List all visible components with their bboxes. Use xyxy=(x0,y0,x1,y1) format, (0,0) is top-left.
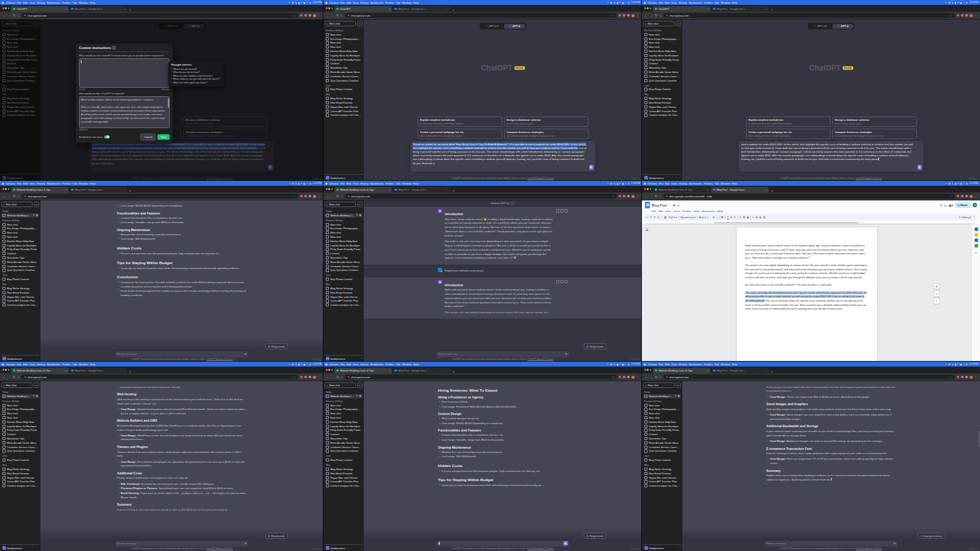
menubar-item[interactable]: View xyxy=(671,182,677,185)
new-chats-toggle[interactable] xyxy=(104,135,110,139)
status-icon[interactable]: ⚙ xyxy=(965,363,967,366)
status-icon[interactable]: ↯ xyxy=(614,363,616,366)
tab-chatgpt[interactable]: Website Building Costs & Tips× xyxy=(653,368,710,373)
chat-item[interactable]: Loyalty Ideas for Boutique xyxy=(325,424,363,428)
chat-item[interactable]: New chat xyxy=(325,32,363,37)
menubar-item[interactable]: Profiles xyxy=(704,182,712,185)
menubar-item[interactable]: Bookmarks xyxy=(47,1,61,4)
menubar-item[interactable]: View xyxy=(29,1,35,4)
status-icon[interactable]: ⚙ xyxy=(965,182,967,185)
menu-kebab-icon[interactable]: ⋮ xyxy=(636,375,640,379)
status-icon[interactable]: ↯ xyxy=(295,363,297,366)
home-button[interactable]: ⌂ xyxy=(18,194,20,198)
chat-item-active[interactable]: Website Building Costs✎▦ xyxy=(1,213,39,218)
forward-button[interactable]: → xyxy=(8,375,12,379)
extension-icon[interactable] xyxy=(304,195,307,197)
reload-button[interactable]: ↻ xyxy=(13,375,16,379)
address-bar[interactable]: ▲chat.openai.com☆ xyxy=(663,13,955,18)
forward-button[interactable]: → xyxy=(331,13,335,17)
chat-item[interactable]: New chat xyxy=(643,403,681,408)
chat-item[interactable]: New Email Formats xyxy=(643,471,681,476)
menubar-item[interactable]: Profiles xyxy=(385,182,394,185)
home-button[interactable]: ⌂ xyxy=(660,13,662,17)
menubar-item[interactable]: Window xyxy=(79,363,88,366)
status-icon[interactable]: ▮ xyxy=(955,182,956,185)
chat-item-delete-icon[interactable]: ▦ xyxy=(678,395,680,397)
about-you-textarea[interactable] xyxy=(79,58,170,88)
status-icon[interactable]: ⌘ xyxy=(948,363,951,366)
menubar-item[interactable]: Bookmarks xyxy=(689,182,703,185)
status-icon[interactable]: ◉ xyxy=(303,363,305,366)
back-button[interactable]: ← xyxy=(326,375,330,379)
user-menu[interactable]: biodynamico⋯ xyxy=(643,544,681,551)
menu-kebab-icon[interactable]: ⋮ xyxy=(318,375,322,379)
extension-icon[interactable] xyxy=(309,14,311,17)
bookmark-star-icon[interactable]: ☆ xyxy=(293,376,295,379)
chat-item[interactable]: Eco-Drops Photography Gui… xyxy=(1,408,39,412)
traffic-light-minimize[interactable] xyxy=(647,369,649,371)
menubar-item[interactable]: History xyxy=(360,363,368,366)
insert-link-icon[interactable]: ⚭ xyxy=(739,216,742,219)
chat-item[interactable]: Eco-Drops Photography Gui… xyxy=(1,227,39,231)
status-icon[interactable]: ▮ xyxy=(298,1,300,4)
menubar-item[interactable]: Profiles xyxy=(385,363,394,366)
chat-item[interactable]: Content analysis for ChatGP… xyxy=(325,113,363,118)
message-input[interactable]: Send a message▶ xyxy=(115,541,249,547)
chat-item[interactable]: Picky Eater Friendly Pasta xyxy=(1,428,39,433)
menubar-item[interactable]: Help xyxy=(90,182,96,185)
back-button[interactable]: ← xyxy=(644,194,648,198)
forward-button[interactable]: → xyxy=(650,375,654,379)
chat-item[interactable]: New Email Formats xyxy=(1,471,39,476)
forward-button[interactable]: → xyxy=(331,194,335,198)
chat-item[interactable]: Vegan Mac and Cheese xyxy=(325,295,363,299)
chat-item[interactable]: Eco-Drops Photography Gui… xyxy=(643,37,681,41)
chat-item[interactable]: Kitchen Reno Help Now xyxy=(643,49,681,53)
status-icon[interactable]: ◉ xyxy=(303,182,305,185)
scrollbar-thumb[interactable] xyxy=(979,431,980,447)
chat-item-edit-icon[interactable]: ✎ xyxy=(356,395,358,397)
search-icon[interactable]: ⌕ xyxy=(647,216,648,219)
traffic-light-minimize[interactable] xyxy=(5,188,7,190)
extension-icon[interactable] xyxy=(300,376,303,378)
chat-item[interactable]: Blog Niche Strategy xyxy=(325,96,363,101)
docs-user-avatar[interactable]: B xyxy=(973,203,977,207)
status-icon[interactable]: ▮ xyxy=(955,1,956,4)
chat-item-delete-icon[interactable]: ▦ xyxy=(360,214,361,216)
forward-button[interactable]: → xyxy=(650,13,654,17)
status-icon[interactable]: ↯ xyxy=(295,182,297,185)
chat-item[interactable]: Quiz Questions Creation xyxy=(325,78,363,83)
status-icon[interactable]: ≡ xyxy=(301,1,302,4)
menubar-item[interactable]: Tab xyxy=(73,1,77,4)
status-icon[interactable]: ⚙ xyxy=(309,1,311,4)
extension-icon[interactable] xyxy=(957,376,959,378)
profile-avatar[interactable] xyxy=(970,376,973,379)
status-icon[interactable]: ≡ xyxy=(957,182,959,185)
chat-item[interactable]: Customer Service Course Cr… xyxy=(325,264,363,268)
docs-menu-item[interactable]: Format xyxy=(682,210,691,213)
traffic-light-zoom[interactable] xyxy=(650,188,652,190)
chat-item[interactable]: Kitchen Reno Help Now xyxy=(1,239,39,243)
new-chat-button[interactable]: +New chat xyxy=(643,382,674,388)
tab-close-icon[interactable]: × xyxy=(389,188,390,191)
menubar-item[interactable]: Edit xyxy=(347,363,351,366)
chat-item[interactable]: Picky Eater Friendly Pasta xyxy=(325,428,363,433)
chat-item[interactable]: Loyalty Ideas for Boutique xyxy=(1,243,39,248)
collapse-sidebar-button[interactable]: ▭ xyxy=(34,382,39,388)
tasks-icon[interactable] xyxy=(974,238,978,242)
menubar-item[interactable]: History xyxy=(37,1,45,4)
apple-icon[interactable]: ◆ xyxy=(2,182,4,185)
example-card[interactable]: Explain airplane turbulenceto someone wh… xyxy=(418,116,502,127)
tab-chatgpt[interactable]: Website Building Costs & Tips× xyxy=(653,187,710,192)
chat-item[interactable]: Blog Niche Strategy xyxy=(1,286,39,291)
chat-item[interactable]: Content analysis for ChatGP… xyxy=(643,113,681,118)
cancel-button[interactable]: Cancel xyxy=(140,134,156,140)
traffic-light-zoom[interactable] xyxy=(8,7,10,9)
tab-close-icon[interactable]: × xyxy=(389,7,390,10)
chat-item[interactable]: New chat xyxy=(325,45,363,49)
chat-item[interactable]: Etsy Photo Content xyxy=(1,277,39,281)
status-icon[interactable]: ⌘ xyxy=(610,1,612,4)
traffic-light-minimize[interactable] xyxy=(647,7,649,9)
save-button[interactable]: Save xyxy=(157,134,170,140)
status-icon[interactable]: ⌘ xyxy=(292,1,294,4)
traffic-light-minimize[interactable] xyxy=(328,188,330,190)
